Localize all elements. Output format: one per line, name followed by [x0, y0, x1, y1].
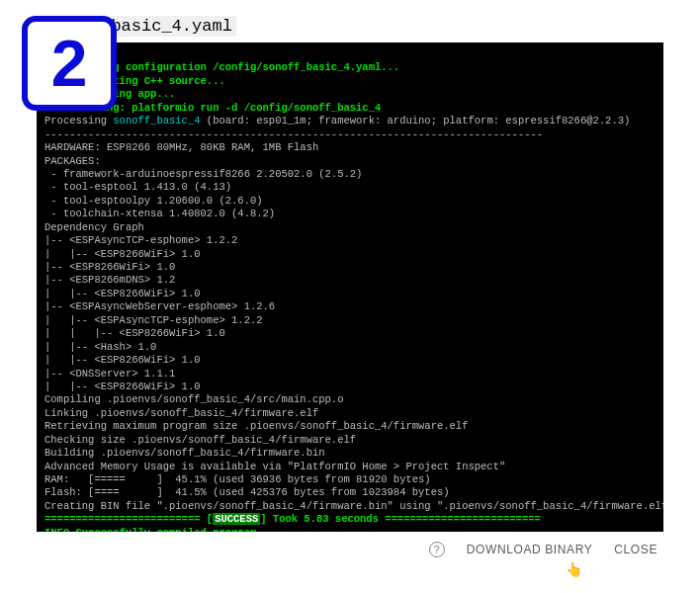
log-line: Checking size .pioenvs/sonoff_basic_4/fi…: [44, 434, 356, 446]
log-line: |-- <DNSServer> 1.1.1: [44, 368, 175, 380]
log-line: |-- <ESP8266mDNS> 1.2: [44, 274, 175, 286]
download-binary-button[interactable]: DOWNLOAD BINARY: [467, 543, 592, 556]
log-line: - framework-arduinoespressif8266 2.20502…: [44, 168, 362, 180]
log-line: - tool-esptool 1.413.0 (4.13): [44, 181, 231, 193]
log-line: RAM: [===== ] 45.1% (used 36936 bytes fr…: [44, 473, 431, 485]
log-line: Creating BIN file ".pioenvs/sonoff_basic…: [44, 500, 663, 512]
log-line: | |-- <ESP8266WiFi> 1.0: [44, 248, 201, 260]
log-line: |-- <ESP8266WiFi> 1.0: [44, 261, 175, 273]
log-line: Compiling .pioenvs/sonoff_basic_4/src/ma…: [44, 393, 343, 405]
help-icon[interactable]: ?: [429, 542, 445, 557]
log-line: ----------------------------------------…: [44, 128, 543, 140]
log-line: Linking .pioenvs/sonoff_basic_4/firmware…: [44, 407, 318, 419]
compile-modal: sonoff_basic_4.yaml INFO Reading configu…: [19, 8, 681, 583]
log-line: | |-- <ESP8266WiFi> 1.0: [44, 288, 201, 299]
step-number-badge: 2: [22, 16, 117, 111]
log-line: Processing sonoff_basic_4 (board: esp01_…: [44, 115, 630, 127]
compile-log-terminal[interactable]: INFO Reading configuration /config/sonof…: [37, 42, 663, 532]
log-line: | |-- <ESPAsyncTCP-esphome> 1.2.2: [44, 314, 263, 326]
log-line: HARDWARE: ESP8266 80MHz, 80KB RAM, 1MB F…: [44, 141, 318, 153]
close-button[interactable]: CLOSE: [614, 543, 657, 556]
log-line: | |-- <ESP8266WiFi> 1.0: [44, 354, 201, 366]
log-line: Building .pioenvs/sonoff_basic_4/firmwar…: [44, 447, 325, 459]
log-line: Dependency Graph: [44, 221, 144, 233]
modal-header: sonoff_basic_4.yaml: [19, 8, 681, 42]
log-line: - toolchain-xtensa 1.40802.0 (4.8.2): [44, 208, 275, 219]
cursor-pointer-icon: 👆: [566, 561, 582, 577]
log-line: Advanced Memory Usage is available via "…: [44, 461, 505, 472]
log-line: PACKAGES:: [44, 155, 101, 167]
log-line: | |-- <Hash> 1.0: [44, 341, 156, 353]
log-line: | |-- <ESP8266WiFi> 1.0: [44, 381, 201, 392]
log-line: | | |-- <ESP8266WiFi> 1.0: [44, 327, 225, 339]
log-final-line: INFO Successfully compiled program.: [44, 527, 263, 532]
log-line: |-- <ESPAsyncWebServer-esphome> 1.2.6: [44, 300, 275, 312]
log-line: - tool-esptoolpy 1.20600.0 (2.6.0): [44, 195, 263, 207]
log-success-line: ========================= [SUCCESS] Took…: [44, 513, 541, 525]
log-line: Retrieving maximum program size .pioenvs…: [44, 420, 468, 432]
modal-footer: ? DOWNLOAD BINARY CLOSE: [19, 532, 681, 563]
log-line: |-- <ESPAsyncTCP-esphome> 1.2.2: [44, 234, 237, 246]
log-line: Flash: [==== ] 41.5% (used 425376 bytes …: [44, 486, 450, 498]
